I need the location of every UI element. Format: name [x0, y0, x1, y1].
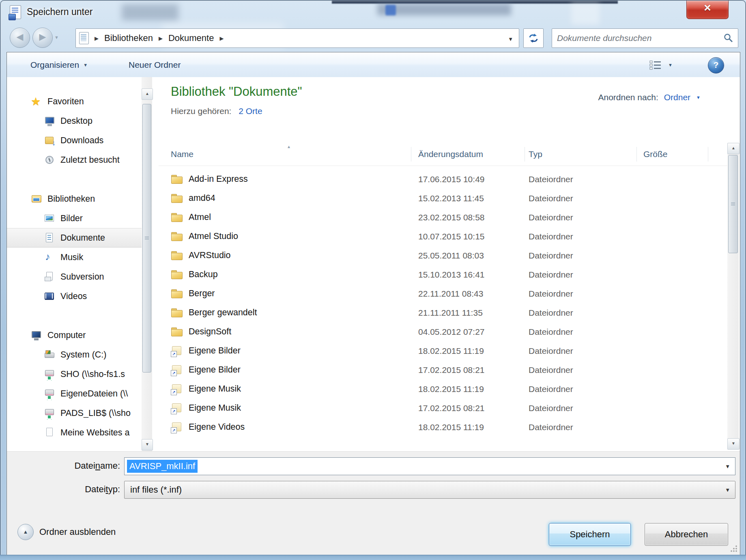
- file-row-eigene-videos[interactable]: Eigene Videos18.02.2015 11:19Dateiordner: [159, 418, 727, 437]
- shortcut-folder-icon: [171, 403, 183, 414]
- file-name: Eigene Videos: [189, 422, 245, 432]
- file-row-amd64[interactable]: amd6415.02.2013 11:45Dateiordner: [159, 189, 727, 208]
- breadcrumb-item-bibliotheken[interactable]: Bibliotheken: [104, 33, 153, 43]
- network-drive-icon: [44, 369, 55, 379]
- file-row-avrstudio[interactable]: AVRStudio25.05.2011 08:03Dateiordner: [159, 246, 727, 265]
- file-date: 17.02.2015 08:21: [418, 403, 529, 413]
- breadcrumb-item-dokumente[interactable]: Dokumente: [168, 33, 214, 43]
- column-header-name[interactable]: Name: [171, 149, 418, 159]
- file-row-backup[interactable]: Backup15.10.2013 16:41Dateiordner: [159, 265, 727, 284]
- sidebar-item-system-c[interactable]: System (C:): [7, 345, 142, 364]
- new-folder-label: Neuer Ordner: [129, 60, 181, 70]
- column-header-size[interactable]: Größe: [643, 149, 727, 159]
- file-date: 15.02.2013 11:45: [418, 194, 529, 203]
- sidebar-item-pads-lib-sho[interactable]: PADS_LIB$ (\\sho: [7, 403, 142, 423]
- views-button[interactable]: ▼: [649, 57, 695, 73]
- scroll-down-icon[interactable]: ▼: [142, 439, 153, 450]
- scroll-up-icon[interactable]: ▲: [727, 143, 740, 154]
- file-row-add-in-express[interactable]: Add-in Express17.06.2015 10:49Dateiordne…: [159, 170, 727, 189]
- file-list-scrollbar[interactable]: ▲ ▼: [727, 143, 739, 450]
- sidebar-item-label: System (C:): [60, 350, 106, 360]
- close-button[interactable]: ×: [686, 0, 729, 19]
- file-date: 25.05.2011 08:03: [418, 251, 529, 261]
- file-name: DesignSoft: [189, 327, 231, 337]
- sidebar-scrollbar[interactable]: ▲ ▼: [142, 77, 152, 451]
- sidebar-item-meine-websites-a[interactable]: Meine Websites a: [7, 423, 142, 442]
- file-date: 22.11.2011 08:43: [418, 289, 529, 299]
- sidebar-item-label: EigeneDateien (\\: [60, 389, 128, 399]
- sidebar-item-zuletzt-besucht[interactable]: Zuletzt besucht: [7, 150, 142, 170]
- save-button[interactable]: Speichern: [549, 523, 631, 546]
- websites-icon: [44, 427, 55, 438]
- search-icon[interactable]: [723, 33, 734, 43]
- file-row-atmel[interactable]: Atmel23.02.2015 08:58Dateiordner: [159, 208, 727, 227]
- scroll-up-icon[interactable]: ▲: [142, 88, 153, 100]
- file-row-eigene-musik[interactable]: Eigene Musik17.02.2015 08:21Dateiordner: [159, 398, 727, 418]
- file-row-eigene-musik[interactable]: Eigene Musik18.02.2015 11:19Dateiordner: [159, 379, 727, 398]
- help-button[interactable]: ?: [708, 57, 724, 73]
- sidebar-group-favoriten: FavoritenDesktopDownloadsZuletzt besucht: [7, 92, 142, 170]
- file-row-berger[interactable]: Berger22.11.2011 08:43Dateiordner: [159, 284, 727, 303]
- file-row-eigene-bilder[interactable]: Eigene Bilder17.02.2015 08:21Dateiordner: [159, 360, 727, 379]
- address-dropdown-icon[interactable]: ▼: [508, 36, 513, 42]
- file-name: Berger: [189, 289, 215, 299]
- file-name: amd64: [189, 193, 215, 203]
- sidebar-item-sho-sho-fs1-s[interactable]: SHO (\\sho-fs1.s: [7, 364, 142, 384]
- column-header-date[interactable]: Änderungsdatum: [418, 149, 529, 159]
- file-date: 18.02.2015 11:19: [418, 422, 529, 432]
- cancel-button[interactable]: Abbrechen: [645, 523, 728, 546]
- file-date: 17.02.2015 08:21: [418, 365, 529, 375]
- recent-icon: [44, 155, 55, 165]
- sidebar-item-videos[interactable]: Videos: [7, 286, 142, 306]
- sidebar-item-desktop[interactable]: Desktop: [7, 111, 142, 131]
- resize-grip[interactable]: [730, 545, 737, 552]
- downloads-icon: [44, 135, 55, 146]
- sidebar-item-dokumente[interactable]: Dokumente: [7, 228, 142, 248]
- documents-icon: [44, 233, 55, 243]
- libraries-icon: [31, 194, 42, 204]
- file-type: Dateiordner: [529, 174, 643, 184]
- organize-button[interactable]: Organisieren ▼: [25, 52, 93, 77]
- file-name: Add-in Express: [189, 174, 248, 184]
- file-row-designsoft[interactable]: DesignSoft04.05.2012 07:27Dateiordner: [159, 322, 727, 341]
- search-input[interactable]: [556, 30, 720, 46]
- hide-folders-button[interactable]: ▲: [17, 524, 34, 540]
- list-view-icon: [649, 60, 662, 70]
- filename-selected-text: AVRISP_mkII.inf: [127, 460, 198, 473]
- new-folder-button[interactable]: Neuer Ordner: [123, 52, 186, 77]
- file-row-berger-gewandelt[interactable]: Berger gewandelt21.11.2011 11:35Dateiord…: [159, 303, 727, 322]
- includes-locations-link[interactable]: 2 Orte: [239, 106, 262, 116]
- forward-button[interactable]: ▶: [32, 28, 53, 48]
- arrange-value-dropdown[interactable]: Ordner: [664, 93, 690, 102]
- folder-icon: [171, 307, 183, 318]
- scroll-down-icon[interactable]: ▼: [727, 438, 740, 450]
- sidebar-item-label: Dokumente: [60, 233, 105, 243]
- window-title: Speichern unter: [27, 6, 92, 17]
- chevron-down-icon[interactable]: ▼: [725, 463, 730, 470]
- filetype-select[interactable]: inf files (*.inf) ▼: [124, 481, 735, 499]
- sidebar-item-musik[interactable]: Musik: [7, 248, 142, 267]
- sidebar-item-eigenedateien[interactable]: EigeneDateien (\\: [7, 384, 142, 403]
- address-bar[interactable]: ▶ Bibliotheken ▶ Dokumente ▶ ▼: [75, 28, 519, 48]
- file-row-atmel-studio[interactable]: Atmel Studio10.07.2015 10:15Dateiordner: [159, 227, 727, 246]
- sidebar-group-computer-header[interactable]: Computer: [7, 325, 142, 345]
- sidebar-group-favoriten-header[interactable]: Favoriten: [7, 92, 142, 111]
- filename-input[interactable]: AVRISP_mkII.inf ▼: [124, 457, 735, 475]
- videos-icon: [44, 291, 55, 302]
- sidebar-scrollbar-thumb[interactable]: [142, 104, 151, 373]
- toolbar: Organisieren ▼ Neuer Ordner ▼ ?: [7, 52, 740, 78]
- file-list-scrollbar-thumb[interactable]: [728, 155, 738, 253]
- sidebar-item-downloads[interactable]: Downloads: [7, 131, 142, 150]
- sidebar-item-subversion[interactable]: Subversion: [7, 267, 142, 286]
- pictures-icon: [44, 213, 55, 224]
- file-row-eigene-bilder[interactable]: Eigene Bilder18.02.2015 11:19Dateiordner: [159, 341, 727, 360]
- sidebar-item-bilder[interactable]: Bilder: [7, 209, 142, 228]
- sidebar-item-label: Downloads: [60, 136, 103, 146]
- file-date: 10.07.2015 10:15: [418, 232, 529, 241]
- back-button[interactable]: ◀: [10, 28, 30, 48]
- hide-folders-label[interactable]: Ordner ausblenden: [39, 527, 116, 537]
- sidebar-group-bibliotheken-header[interactable]: Bibliotheken: [7, 189, 142, 209]
- refresh-button[interactable]: [523, 28, 544, 48]
- recent-locations-dropdown[interactable]: ▼: [54, 35, 59, 40]
- column-header-type[interactable]: Typ: [529, 149, 643, 159]
